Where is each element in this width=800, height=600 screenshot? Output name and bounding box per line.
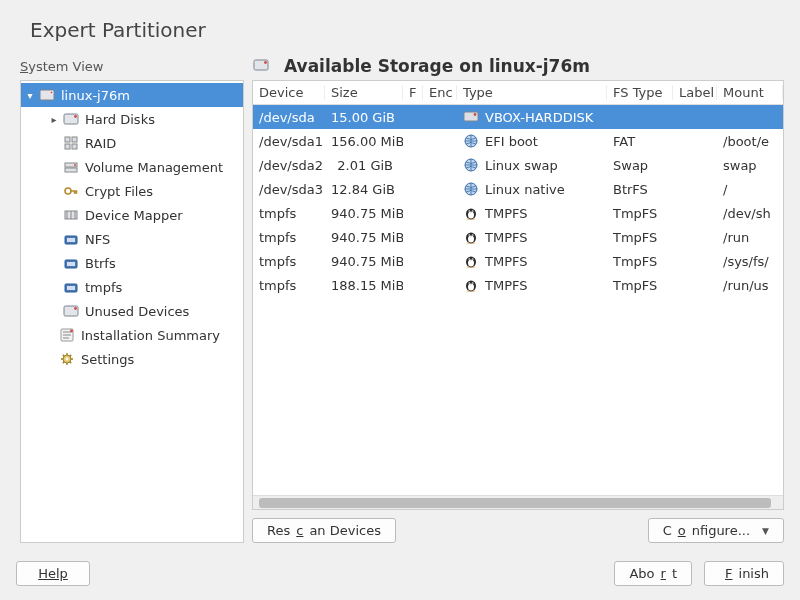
under-table-bar: Rescan Devices Configure... ▼ [252, 510, 784, 543]
tree-item-settings[interactable]: Settings [21, 347, 243, 371]
cell-type-label: TMPFS [485, 278, 528, 293]
tree-item-label: Unused Devices [85, 304, 189, 319]
tree-item-label: Hard Disks [85, 112, 155, 127]
scrollbar-thumb[interactable] [259, 498, 771, 508]
tree-item-unused-devices[interactable]: Unused Devices [21, 299, 243, 323]
globe-icon [463, 181, 479, 197]
tree-item-installation-summary[interactable]: Installation Summary [21, 323, 243, 347]
tree-item-btrfs[interactable]: Btrfs [21, 251, 243, 275]
table-body: /dev/sda15.00 GiBVBOX-HARDDISK/dev/sda11… [253, 105, 783, 495]
cell-fstype: FAT [607, 134, 673, 149]
cell-size: 2.01 GiB [325, 158, 403, 173]
tree-item-label: Btrfs [85, 256, 116, 271]
tree-item-device-mapper[interactable]: Device Mapper [21, 203, 243, 227]
key-icon [61, 182, 81, 200]
table-row[interactable]: /dev/sda312.84 GiBLinux nativeBtrFS/ [253, 177, 783, 201]
cell-device: tmpfs [253, 278, 325, 293]
cell-size: 940.75 MiB [325, 230, 403, 245]
penguin-icon [463, 253, 479, 269]
tree-item-tmpfs[interactable]: tmpfs [21, 275, 243, 299]
tree-root-host[interactable]: ▾ linux-j76m [21, 83, 243, 107]
cell-type: EFI boot [457, 133, 607, 149]
penguin-icon [463, 277, 479, 293]
cell-fstype: Swap [607, 158, 673, 173]
storage-pane: Available Storage on linux-j76m Device S… [252, 56, 784, 543]
cell-type-label: Linux swap [485, 158, 558, 173]
tree-item-label: Settings [81, 352, 134, 367]
tree-item-label: Device Mapper [85, 208, 183, 223]
tree-item-raid[interactable]: RAID [21, 131, 243, 155]
table-row[interactable]: tmpfs940.75 MiBTMPFSTmpFS/run [253, 225, 783, 249]
hd-icon [61, 110, 81, 128]
gear-icon [57, 350, 77, 368]
finish-button[interactable]: Finish [704, 561, 784, 586]
cell-fstype: TmpFS [607, 254, 673, 269]
cell-fstype: TmpFS [607, 230, 673, 245]
table-row[interactable]: /dev/sda22.01 GiBLinux swapSwapswap [253, 153, 783, 177]
sum-icon [57, 326, 77, 344]
abort-button[interactable]: Abort [614, 561, 692, 586]
col-size[interactable]: Size [325, 85, 403, 100]
cell-fstype: TmpFS [607, 206, 673, 221]
col-f[interactable]: F [403, 85, 423, 100]
cell-size: 156.00 MiB [325, 134, 403, 149]
cell-device: /dev/sda1 [253, 134, 325, 149]
tree-item-nfs[interactable]: NFS [21, 227, 243, 251]
cell-type-label: TMPFS [485, 206, 528, 221]
footer-bar: Help Abort Finish [0, 553, 800, 600]
chevron-down-icon: ▼ [762, 526, 769, 536]
tree-item-label: Volume Management [85, 160, 223, 175]
horizontal-scrollbar[interactable] [253, 495, 783, 509]
tree-item-hard-disks[interactable]: ▸Hard Disks [21, 107, 243, 131]
nfs-icon [61, 278, 81, 296]
raid-icon [61, 134, 81, 152]
cell-type: TMPFS [457, 277, 607, 293]
storage-table[interactable]: Device Size F Enc Type FS Type Label Mou… [252, 80, 784, 510]
table-header[interactable]: Device Size F Enc Type FS Type Label Mou… [253, 81, 783, 105]
system-view-label: System View [20, 56, 244, 80]
table-row[interactable]: tmpfs188.15 MiBTMPFSTmpFS/run/us [253, 273, 783, 297]
globe-icon [463, 157, 479, 173]
caret-icon[interactable]: ▸ [47, 114, 61, 125]
cell-mount: /dev/sh [717, 206, 783, 221]
window-title: Expert Partitioner [0, 0, 800, 56]
cell-size: 940.75 MiB [325, 206, 403, 221]
cell-type: Linux native [457, 181, 607, 197]
caret-down-icon[interactable]: ▾ [23, 90, 37, 101]
col-device[interactable]: Device [253, 85, 325, 100]
configure-button[interactable]: Configure... ▼ [648, 518, 784, 543]
system-view-panel: System View ▾ linux-j76m ▸Hard DisksRAID… [20, 56, 244, 543]
rescan-devices-button[interactable]: Rescan Devices [252, 518, 396, 543]
tree-item-volume-management[interactable]: Volume Management [21, 155, 243, 179]
col-mount[interactable]: Mount [717, 85, 783, 100]
table-row[interactable]: tmpfs940.75 MiBTMPFSTmpFS/dev/sh [253, 201, 783, 225]
col-fstype[interactable]: FS Type [607, 85, 673, 100]
pane-header: Available Storage on linux-j76m [252, 56, 784, 80]
col-label[interactable]: Label [673, 85, 717, 100]
col-enc[interactable]: Enc [423, 85, 457, 100]
cell-mount: /run [717, 230, 783, 245]
cell-type-label: VBOX-HARDDISK [485, 110, 593, 125]
system-view-tree[interactable]: ▾ linux-j76m ▸Hard DisksRAIDVolume Manag… [20, 80, 244, 543]
cell-type: Linux swap [457, 157, 607, 173]
table-row[interactable]: tmpfs940.75 MiBTMPFSTmpFS/sys/fs/ [253, 249, 783, 273]
tree-item-crypt-files[interactable]: Crypt Files [21, 179, 243, 203]
globe-icon [463, 133, 479, 149]
penguin-icon [463, 229, 479, 245]
disk-icon [463, 109, 479, 125]
cell-mount: /sys/fs/ [717, 254, 783, 269]
hd-icon [61, 302, 81, 320]
cell-mount: swap [717, 158, 783, 173]
cell-mount: /run/us [717, 278, 783, 293]
table-row[interactable]: /dev/sda15.00 GiBVBOX-HARDDISK [253, 105, 783, 129]
pane-title: Available Storage on linux-j76m [284, 56, 590, 76]
col-type[interactable]: Type [457, 85, 607, 100]
help-button[interactable]: Help [16, 561, 90, 586]
cell-size: 15.00 GiB [325, 110, 403, 125]
cell-type-label: Linux native [485, 182, 565, 197]
table-row[interactable]: /dev/sda1156.00 MiBEFI bootFAT/boot/e [253, 129, 783, 153]
cell-fstype: TmpFS [607, 278, 673, 293]
cell-type: TMPFS [457, 253, 607, 269]
cell-device: /dev/sda2 [253, 158, 325, 173]
tree-item-label: RAID [85, 136, 116, 151]
